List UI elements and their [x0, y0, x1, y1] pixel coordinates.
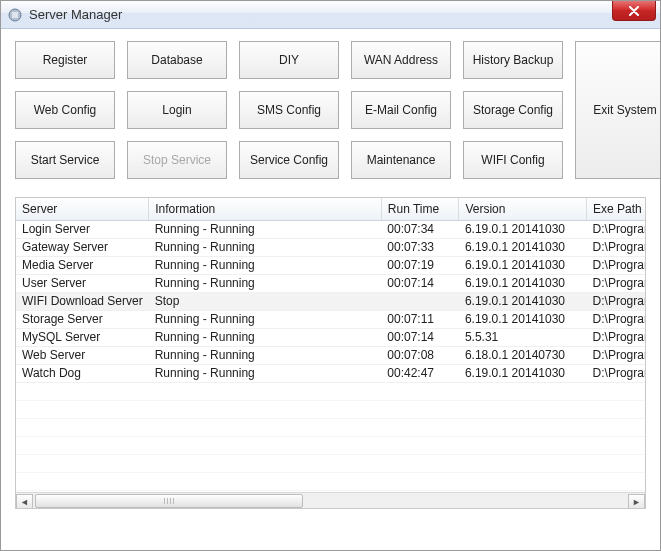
cell-runtime: 00:07:19: [381, 256, 459, 274]
exit-system-button[interactable]: Exit System: [575, 41, 661, 179]
cell-exe: D:\Program: [587, 220, 645, 238]
content-area: Register Database DIY WAN Address Histor…: [1, 29, 660, 519]
storage-config-button[interactable]: Storage Config: [463, 91, 563, 129]
stop-service-button[interactable]: Stop Service: [127, 141, 227, 179]
cell-exe: D:\Program: [587, 292, 645, 310]
cell-exe: D:\Program: [587, 274, 645, 292]
table-row[interactable]: MySQL ServerRunning - Running00:07:145.5…: [16, 328, 645, 346]
cell-exe: D:\Program: [587, 256, 645, 274]
table-row[interactable]: WIFI Download ServerStop6.19.0.1 2014103…: [16, 292, 645, 310]
header-server[interactable]: Server: [16, 198, 149, 220]
email-config-button[interactable]: E-Mail Config: [351, 91, 451, 129]
cell-exe: D:\Program: [587, 238, 645, 256]
cell-info: Running - Running: [149, 328, 382, 346]
web-config-button[interactable]: Web Config: [15, 91, 115, 129]
table-row[interactable]: Media ServerRunning - Running00:07:196.1…: [16, 256, 645, 274]
cell-server: Login Server: [16, 220, 149, 238]
close-icon: [628, 6, 640, 16]
header-exe-path[interactable]: Exe Path: [587, 198, 645, 220]
cell-info: Running - Running: [149, 238, 382, 256]
header-version[interactable]: Version: [459, 198, 587, 220]
cell-version: 6.19.0.1 20141030: [459, 220, 587, 238]
cell-info: Running - Running: [149, 364, 382, 382]
cell-version: 6.18.0.1 20140730: [459, 346, 587, 364]
empty-row: [16, 454, 645, 472]
history-backup-button[interactable]: History Backup: [463, 41, 563, 79]
cell-runtime: 00:07:34: [381, 220, 459, 238]
cell-info: Stop: [149, 292, 382, 310]
start-service-button[interactable]: Start Service: [15, 141, 115, 179]
cell-runtime: 00:42:47: [381, 364, 459, 382]
cell-server: User Server: [16, 274, 149, 292]
cell-server: MySQL Server: [16, 328, 149, 346]
window-title: Server Manager: [29, 7, 122, 22]
cell-info: Running - Running: [149, 310, 382, 328]
titlebar: Server Manager: [1, 1, 660, 29]
scroll-left-arrow[interactable]: ◄: [16, 494, 33, 510]
login-button[interactable]: Login: [127, 91, 227, 129]
cell-version: 6.19.0.1 20141030: [459, 310, 587, 328]
register-button[interactable]: Register: [15, 41, 115, 79]
diy-button[interactable]: DIY: [239, 41, 339, 79]
cell-version: 6.19.0.1 20141030: [459, 256, 587, 274]
cell-server: Media Server: [16, 256, 149, 274]
cell-info: Running - Running: [149, 274, 382, 292]
button-grid: Register Database DIY WAN Address Histor…: [15, 41, 646, 179]
empty-row: [16, 418, 645, 436]
empty-row: [16, 382, 645, 400]
cell-server: Web Server: [16, 346, 149, 364]
table-row[interactable]: User ServerRunning - Running00:07:146.19…: [16, 274, 645, 292]
cell-server: Watch Dog: [16, 364, 149, 382]
cell-server: Storage Server: [16, 310, 149, 328]
cell-info: Running - Running: [149, 346, 382, 364]
cell-version: 6.19.0.1 20141030: [459, 292, 587, 310]
cell-version: 6.19.0.1 20141030: [459, 274, 587, 292]
table-row[interactable]: Storage ServerRunning - Running00:07:116…: [16, 310, 645, 328]
scroll-track[interactable]: [33, 494, 628, 510]
table-header-row: Server Information Run Time Version Exe …: [16, 198, 645, 220]
header-runtime[interactable]: Run Time: [381, 198, 459, 220]
cell-exe: D:\Program: [587, 310, 645, 328]
server-table: Server Information Run Time Version Exe …: [16, 198, 645, 491]
horizontal-scrollbar[interactable]: ◄ ►: [16, 492, 645, 509]
cell-runtime: 00:07:33: [381, 238, 459, 256]
scroll-thumb[interactable]: [35, 494, 303, 508]
svg-rect-1: [12, 12, 18, 18]
table-row[interactable]: Web ServerRunning - Running00:07:086.18.…: [16, 346, 645, 364]
cell-runtime: 00:07:14: [381, 274, 459, 292]
maintenance-button[interactable]: Maintenance: [351, 141, 451, 179]
service-config-button[interactable]: Service Config: [239, 141, 339, 179]
close-button[interactable]: [612, 1, 656, 21]
table-scroll[interactable]: Server Information Run Time Version Exe …: [16, 198, 645, 492]
sms-config-button[interactable]: SMS Config: [239, 91, 339, 129]
cell-runtime: 00:07:11: [381, 310, 459, 328]
empty-row: [16, 436, 645, 454]
table-row[interactable]: Watch DogRunning - Running00:42:476.19.0…: [16, 364, 645, 382]
server-table-container: Server Information Run Time Version Exe …: [15, 197, 646, 509]
cell-server: Gateway Server: [16, 238, 149, 256]
cell-exe: D:\Program: [587, 346, 645, 364]
cell-version: 6.19.0.1 20141030: [459, 364, 587, 382]
cell-runtime: 00:07:08: [381, 346, 459, 364]
cell-info: Running - Running: [149, 220, 382, 238]
cell-exe: D:\Program: [587, 328, 645, 346]
table-row[interactable]: Login ServerRunning - Running00:07:346.1…: [16, 220, 645, 238]
scroll-right-arrow[interactable]: ►: [628, 494, 645, 510]
cell-info: Running - Running: [149, 256, 382, 274]
header-information[interactable]: Information: [149, 198, 382, 220]
cell-exe: D:\Program: [587, 364, 645, 382]
cell-version: 5.5.31: [459, 328, 587, 346]
cell-version: 6.19.0.1 20141030: [459, 238, 587, 256]
cell-runtime: 00:07:14: [381, 328, 459, 346]
table-row[interactable]: Gateway ServerRunning - Running00:07:336…: [16, 238, 645, 256]
wan-address-button[interactable]: WAN Address: [351, 41, 451, 79]
app-icon: [7, 7, 23, 23]
wifi-config-button[interactable]: WIFI Config: [463, 141, 563, 179]
cell-runtime: [381, 292, 459, 310]
database-button[interactable]: Database: [127, 41, 227, 79]
empty-row: [16, 472, 645, 490]
empty-row: [16, 400, 645, 418]
cell-server: WIFI Download Server: [16, 292, 149, 310]
